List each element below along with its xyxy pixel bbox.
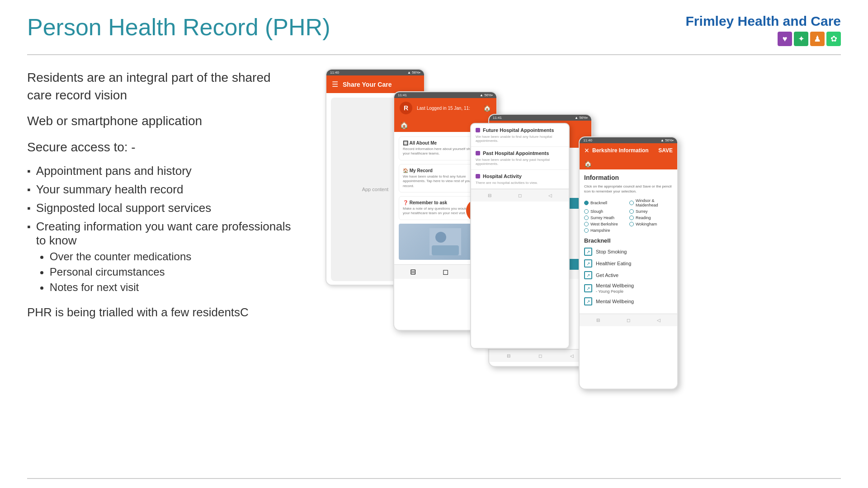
p2-user-bar: R Last Logged in 15 Jan, 11: 🏠 — [394, 98, 496, 118]
p4-link-icon-2: ↗ — [584, 259, 592, 267]
p4-radio-slough-btn[interactable] — [584, 209, 589, 214]
logo-icon-orange: ♟ — [810, 32, 825, 46]
p4-close-icon[interactable]: ✕ — [584, 147, 590, 154]
p1-content: App content — [362, 187, 389, 192]
bullet-item-1: Appointment pans and history — [27, 164, 298, 178]
p4-link-get-active[interactable]: ↗ Get Active — [584, 271, 673, 279]
sub-bullet-list: Over the counter medications Personal ci… — [36, 250, 298, 294]
p3b-nav-3: ◁ — [548, 193, 552, 198]
main-content: Residents are an integral part of the sh… — [27, 69, 841, 469]
p2-home-icon: 🏠 — [483, 104, 491, 112]
p3b-nav: ⊟ ◻ ◁ — [471, 189, 569, 202]
p2-nav-home-icon: 🏠 — [400, 121, 409, 129]
p2-nav-icon-2: ◻ — [443, 267, 448, 276]
p4-nav-3: ◁ — [657, 318, 660, 323]
p3b-dot-future — [476, 128, 480, 132]
p4-radio-windsor-btn[interactable] — [629, 201, 634, 205]
p4-radio-reading-btn[interactable] — [629, 216, 634, 220]
p4-header-title: Berkshire Information — [592, 147, 656, 154]
p2-login-text: Last Logged in 15 Jan, 11: — [417, 106, 470, 111]
p4-radio-west-berkshire-btn[interactable] — [584, 222, 589, 226]
p4-bracknell-title: Bracknell — [584, 237, 673, 244]
p4-link-stop-smoking[interactable]: ↗ Stop Smoking — [584, 248, 673, 256]
p4-radio-surrey-heath-btn[interactable] — [584, 216, 589, 220]
p3b-dot-past — [476, 151, 480, 155]
p4-radio-grid: Bracknell Windsor & Maidenhead Slough — [584, 198, 673, 233]
screenshots-section: 11:40 ▲ 56%▪ ☰ Share Your Care App conte… — [326, 69, 841, 469]
sub-bullet-1: Over the counter medications — [50, 250, 298, 263]
p4-link-mental-wellbeing[interactable]: ↗ Mental Wellbeing — [584, 297, 673, 305]
p1-menu-icon: ☰ — [332, 80, 338, 89]
intro-text-1: Residents are an integral part of the sh… — [27, 69, 298, 104]
p4-radio-wokingham[interactable]: Wokingham — [629, 222, 673, 226]
p4-nav-2: ◻ — [627, 318, 630, 323]
page-title: Person Health Record (PHR) — [27, 14, 330, 41]
p4-radio-hampshire-btn[interactable] — [584, 228, 589, 233]
p1-header-title: Share Your Care — [343, 81, 392, 88]
text-section: Residents are an integral part of the sh… — [27, 69, 307, 469]
phone-3b: Future Hospital Appointments We have bee… — [470, 123, 570, 349]
logo-text: Frimley Health and Care — [686, 14, 841, 29]
p3-nav-icon-2: ◻ — [538, 353, 542, 358]
p4-radio-bracknell-btn[interactable] — [584, 201, 589, 205]
p3b-future-text: We have been unable to find any future h… — [476, 135, 564, 143]
p4-status-bar: 11:40 ▲ 56%▪ — [580, 137, 677, 143]
p4-link-icon-1: ↗ — [584, 248, 592, 256]
p4-radio-reading[interactable]: Reading — [629, 216, 673, 220]
p3-nav-icon-3: ◁ — [570, 353, 574, 358]
p4-info-desc: Click on the appropriate council and Sav… — [584, 184, 673, 194]
p4-radio-wokingham-btn[interactable] — [629, 222, 634, 226]
p3b-nav-2: ◻ — [518, 193, 522, 198]
p1-status-bar: 11:40 ▲ 56%▪ — [326, 70, 424, 75]
p4-save-label[interactable]: SAVE — [658, 147, 673, 154]
p3b-future-title: Future Hospital Appointments — [476, 127, 564, 133]
bullet-item-4: Creating information you want care profe… — [27, 220, 298, 296]
p4-home-icon: 🏠 — [584, 160, 592, 167]
p4-link-icon-3: ↗ — [584, 271, 592, 279]
bullet-item-2: Your summary health record — [27, 183, 298, 197]
p3-nav-icon-1: ⊟ — [507, 353, 510, 358]
p4-nav-1: ⊟ — [596, 318, 600, 323]
p4-link-label-4: Mental Wellbeing- Young People — [596, 283, 634, 294]
p4-link-icon-5: ↗ — [584, 297, 592, 305]
logo-icons: ♥ ✦ ♟ ✿ — [778, 32, 841, 46]
p4-body: Information Click on the appropriate cou… — [580, 169, 677, 314]
p4-link-label-1: Stop Smoking — [596, 249, 627, 254]
p3b-hospital-section: Hospital Activity There are no hospital … — [471, 170, 569, 189]
p4-radio-surrey[interactable]: Surrey — [629, 209, 673, 214]
p4-link-mental-wellbeing-young[interactable]: ↗ Mental Wellbeing- Young People — [584, 283, 673, 294]
header: Person Health Record (PHR) Frimley Healt… — [27, 14, 841, 55]
logo-icon-lime: ✿ — [826, 32, 841, 46]
p1-header: ☰ Share Your Care — [326, 75, 424, 93]
p3b-past-text: We have been unable to find any past hos… — [476, 158, 564, 166]
intro-text-3: Secure access to: - — [27, 138, 298, 156]
p4-link-healthier-eating[interactable]: ↗ Healthier Eating — [584, 259, 673, 267]
p4-link-label-2: Healthier Eating — [596, 261, 631, 266]
p4-radio-windsor[interactable]: Windsor & Maidenhead — [629, 198, 673, 207]
p4-home-nav: 🏠 — [580, 158, 677, 169]
p2-avatar: R — [400, 102, 412, 114]
svg-rect-2 — [432, 245, 459, 255]
phr-note: PHR is being trialled with a few residen… — [27, 305, 298, 319]
p4-radio-slough[interactable]: Slough — [584, 209, 627, 214]
p4-radio-surrey-btn[interactable] — [629, 209, 634, 214]
p4-radio-surrey-heath[interactable]: Surrey Heath — [584, 216, 627, 220]
p3-nav-bottom: ⊟ ◻ ◁ — [489, 349, 591, 362]
logo-icon-green: ✦ — [794, 32, 808, 46]
p2-photo-svg — [429, 228, 461, 255]
p3b-nav-1: ⊟ — [488, 193, 491, 198]
sub-bullet-2: Personal circumstances — [50, 266, 298, 278]
p4-link-icon-4: ↗ — [584, 284, 592, 292]
p4-link-label-3: Get Active — [596, 272, 618, 278]
p4-radio-bracknell[interactable]: Bracknell — [584, 198, 627, 207]
p4-nav-bottom: ⊟ ◻ ◁ — [580, 314, 677, 326]
p2-status-bar: 11:41 ▲ 56%▪ — [394, 92, 496, 98]
p4-radio-west-berkshire[interactable]: West Berkshire — [584, 222, 627, 226]
svg-point-1 — [435, 232, 446, 243]
logo-icon-purple: ♥ — [778, 32, 792, 46]
bullet-item-3: Signposted local support services — [27, 201, 298, 215]
p4-radio-hampshire[interactable]: Hampshire — [584, 228, 627, 233]
bullet-list: Appointment pans and history Your summar… — [27, 164, 298, 296]
p3b-future-section: Future Hospital Appointments We have bee… — [471, 124, 569, 147]
phone-4: 11:40 ▲ 56%▪ ✕ Berkshire Information SAV… — [579, 136, 678, 389]
